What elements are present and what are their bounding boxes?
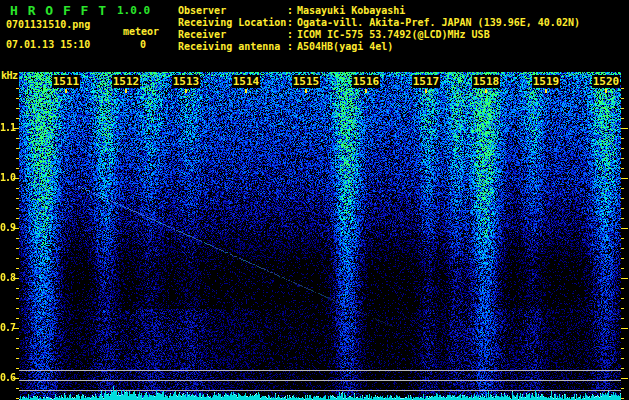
info-value: Ogata-vill. Akita-Pref. JAPAN (139.96E, …	[297, 17, 580, 29]
freq-minor-tick	[621, 318, 624, 319]
freq-minor-tick	[621, 208, 624, 209]
info-value: Masayuki Kobayashi	[297, 5, 405, 17]
freq-minor-tick	[621, 108, 624, 109]
info-colon: :	[287, 41, 297, 53]
freq-minor-tick	[621, 138, 624, 139]
freq-minor-tick	[621, 288, 624, 289]
info-row-receiver: Receiver:ICOM IC-575 53.7492(@LCD)MHz US…	[178, 29, 490, 41]
info-row-antenna: Receiving antenna:A504HB(yagi 4el)	[178, 41, 393, 53]
freq-minor-tick	[621, 98, 624, 99]
freq-label: 1.1	[0, 122, 14, 134]
freq-minor-tick	[621, 368, 624, 369]
freq-major-tick	[621, 228, 628, 229]
frequency-unit-label: kHz	[1, 70, 18, 81]
app-version: 1.0.0	[117, 4, 150, 17]
freq-minor-tick	[621, 308, 624, 309]
freq-label: 1.0	[0, 172, 14, 184]
spectrogram-canvas	[19, 72, 621, 400]
freq-major-tick	[621, 328, 628, 329]
info-colon: :	[287, 29, 297, 41]
info-label: Receiving Location	[178, 17, 287, 29]
freq-minor-tick	[621, 248, 624, 249]
freq-minor-tick	[621, 148, 624, 149]
freq-minor-tick	[621, 358, 624, 359]
freq-minor-tick	[621, 348, 624, 349]
datetime-label: 07.01.13 15:10	[6, 39, 90, 50]
freq-minor-tick	[621, 118, 624, 119]
freq-minor-tick	[621, 338, 624, 339]
info-colon: :	[287, 5, 297, 17]
freq-minor-tick	[621, 158, 624, 159]
freq-minor-tick	[621, 88, 624, 89]
info-value: A504HB(yagi 4el)	[297, 41, 393, 53]
freq-minor-tick	[621, 238, 624, 239]
freq-minor-tick	[621, 398, 624, 399]
freq-major-tick	[621, 178, 628, 179]
freq-major-tick	[621, 278, 628, 279]
freq-label: 0.7	[0, 322, 14, 334]
freq-minor-tick	[621, 388, 624, 389]
info-row-observer: Observer:Masayuki Kobayashi	[178, 5, 405, 17]
freq-major-tick	[621, 378, 628, 379]
freq-minor-tick	[621, 258, 624, 259]
info-colon: :	[287, 17, 297, 29]
info-row-location: Receiving Location:Ogata-vill. Akita-Pre…	[178, 17, 580, 29]
output-filename: 0701131510.png	[6, 19, 90, 30]
freq-minor-tick	[621, 218, 624, 219]
mode-label: meteor	[123, 26, 159, 37]
freq-minor-tick	[621, 268, 624, 269]
info-label: Observer	[178, 5, 287, 17]
freq-label: 0.8	[0, 272, 14, 284]
freq-label: 0.9	[0, 222, 14, 234]
freq-major-tick	[621, 128, 628, 129]
info-label: Receiving antenna	[178, 41, 287, 53]
info-label: Receiver	[178, 29, 287, 41]
info-value: ICOM IC-575 53.7492(@LCD)MHz USB	[297, 29, 490, 41]
freq-minor-tick	[621, 168, 624, 169]
freq-minor-tick	[621, 188, 624, 189]
hrofft-output-window: H R O F F T 1.0.0 0701131510.png meteor …	[0, 0, 629, 400]
app-title: H R O F F T	[10, 3, 107, 18]
freq-minor-tick	[621, 198, 624, 199]
freq-minor-tick	[621, 298, 624, 299]
meteor-count: 0	[140, 39, 146, 50]
freq-label: 0.6	[0, 372, 14, 384]
